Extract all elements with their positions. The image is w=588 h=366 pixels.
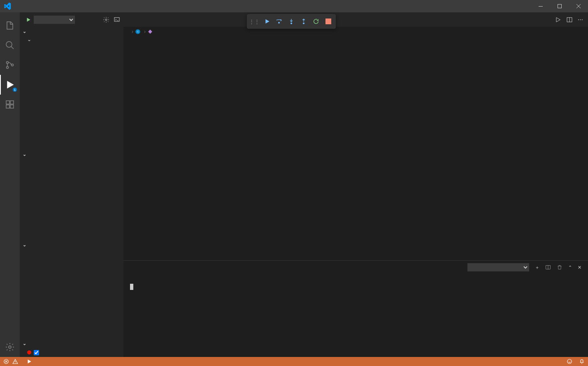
source-control-icon[interactable]: [0, 55, 20, 75]
callstack-section-header[interactable]: ⌄: [20, 240, 123, 249]
editor-area: ⋯ ⋮⋮ › C › ＋: [123, 12, 588, 357]
vscode-logo-icon: [0, 2, 14, 10]
svg-point-23: [567, 359, 572, 364]
svg-rect-6: [6, 101, 9, 104]
svg-point-14: [279, 22, 280, 23]
svg-rect-12: [114, 17, 119, 21]
run-debug-icon[interactable]: 1: [0, 75, 20, 95]
status-bar: [0, 357, 588, 366]
svg-point-2: [6, 42, 12, 47]
status-bell-icon[interactable]: [576, 359, 588, 364]
debug-sidebar: ⌄ ⌄ ⌄ ⌄ ⌄: [20, 12, 123, 357]
locals-scope[interactable]: ⌄: [20, 36, 123, 43]
step-out-button[interactable]: [298, 16, 309, 27]
minimize-button[interactable]: [531, 0, 550, 12]
status-debug-task[interactable]: [23, 357, 37, 366]
svg-text:C: C: [137, 30, 139, 33]
svg-point-4: [7, 67, 9, 69]
explorer-icon[interactable]: [0, 16, 20, 35]
method-icon: [147, 29, 153, 35]
close-button[interactable]: [569, 0, 588, 12]
variable-x[interactable]: [20, 43, 123, 45]
debug-config-dropdown[interactable]: [34, 16, 75, 24]
cpp-file-icon: C: [135, 29, 141, 35]
svg-point-10: [9, 346, 11, 348]
breakpoints-section-header[interactable]: ⌄: [20, 339, 123, 348]
stop-button[interactable]: [323, 16, 334, 27]
trash-icon[interactable]: [557, 264, 562, 270]
new-terminal-icon[interactable]: ＋: [535, 264, 539, 271]
svg-point-3: [7, 62, 9, 64]
svg-rect-20: [148, 30, 152, 34]
activity-bar: 1: [0, 12, 20, 357]
terminal-cursor: [130, 284, 133, 290]
restart-button[interactable]: [310, 16, 322, 27]
svg-rect-8: [6, 105, 9, 108]
split-terminal-icon[interactable]: [545, 264, 551, 270]
status-feedback-icon[interactable]: [563, 359, 576, 364]
svg-point-5: [12, 64, 14, 66]
debug-console-icon[interactable]: [114, 16, 120, 23]
breakpoint-checkbox[interactable]: [34, 350, 39, 355]
svg-point-16: [303, 23, 304, 24]
terminal-selector[interactable]: [467, 263, 529, 271]
svg-rect-17: [325, 19, 331, 24]
svg-point-11: [105, 19, 107, 21]
split-editor-icon[interactable]: [566, 16, 573, 23]
terminal-output[interactable]: [123, 274, 588, 357]
close-panel-icon[interactable]: ✕: [578, 265, 581, 270]
status-errors[interactable]: [0, 357, 23, 366]
step-into-button[interactable]: [286, 16, 297, 27]
breakpoint-row[interactable]: [20, 348, 123, 357]
title-bar: [0, 0, 588, 12]
toolbar-grip-icon[interactable]: ⋮⋮: [249, 16, 260, 27]
editor-tabs: ⋯: [123, 12, 588, 27]
watch-section-header[interactable]: ⌄: [20, 150, 123, 159]
svg-point-15: [291, 23, 292, 24]
run-file-icon[interactable]: [555, 16, 561, 23]
svg-rect-7: [10, 101, 14, 104]
code-editor[interactable]: [123, 37, 555, 260]
extensions-icon[interactable]: [0, 95, 20, 114]
continue-button[interactable]: [261, 16, 272, 27]
search-icon[interactable]: [0, 35, 20, 55]
maximize-panel-icon[interactable]: ⌃: [568, 265, 572, 270]
debug-toolbar[interactable]: ⋮⋮: [247, 14, 336, 29]
bottom-panel: ＋ ⌃ ✕: [123, 260, 588, 357]
settings-gear-icon[interactable]: [0, 337, 20, 357]
minimap[interactable]: [555, 37, 588, 260]
breadcrumb[interactable]: › C ›: [123, 27, 588, 37]
svg-rect-9: [10, 105, 14, 108]
gear-icon[interactable]: [103, 16, 109, 23]
start-debug-icon[interactable]: [26, 17, 31, 23]
svg-rect-1: [558, 5, 562, 8]
more-actions-icon[interactable]: ⋯: [578, 16, 583, 23]
breakpoint-dot-icon: [27, 350, 31, 354]
svg-rect-0: [539, 6, 543, 7]
variables-section-header[interactable]: ⌄: [20, 27, 123, 36]
maximize-button[interactable]: [550, 0, 569, 12]
step-over-button[interactable]: [273, 16, 285, 27]
